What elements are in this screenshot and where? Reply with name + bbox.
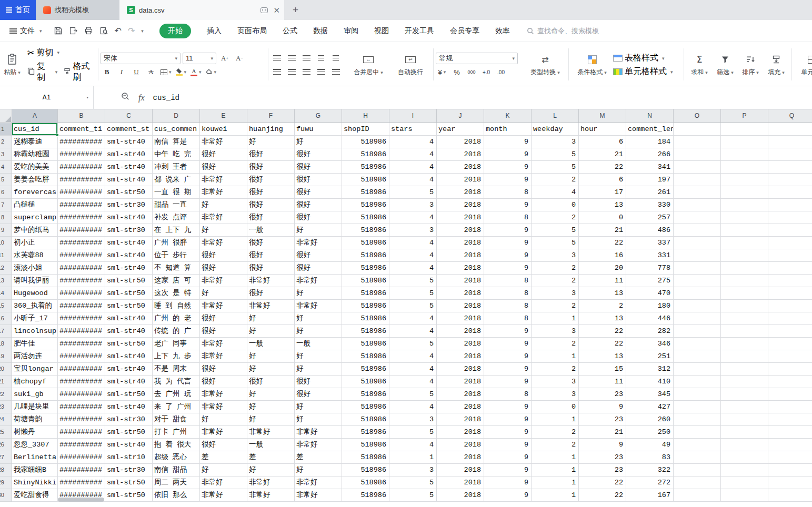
cell-O10[interactable] [674,237,721,249]
cell-I20[interactable]: 4 [389,363,437,376]
cell-B24[interactable]: ########## [58,413,105,426]
cell-O16[interactable] [674,312,721,325]
cell-J18[interactable]: 2018 [437,338,484,350]
cell-J29[interactable]: 2018 [437,476,484,489]
cell-C17[interactable]: sml-str40 [105,325,153,338]
cell-L3[interactable]: 5 [532,148,579,161]
decrease-font-button[interactable]: A− [233,53,246,64]
cell-C19[interactable]: sml-str40 [105,350,153,363]
cell-H25[interactable]: 518986 [342,426,389,439]
cell-D23[interactable]: 来 了 广州 [153,401,200,413]
cell-D8[interactable]: 补发 点评 [153,211,200,224]
cell-A23[interactable]: 几哩是块里 [12,401,58,413]
cell-I29[interactable]: 5 [389,476,437,489]
cell-L13[interactable]: 2 [532,275,579,287]
cell-M14[interactable]: 13 [579,287,626,300]
cell-O9[interactable] [674,224,721,237]
conditional-format-button[interactable]: 条件格式 [571,44,613,86]
cell-E29[interactable]: 非常好 [200,476,247,489]
cell-H16[interactable]: 518986 [342,312,389,325]
cell-N14[interactable]: 470 [626,287,674,300]
cell-O20[interactable] [674,363,721,376]
cell-G15[interactable]: 非常好 [295,300,342,312]
cell-C22[interactable]: sml-str50 [105,388,153,401]
cell-M21[interactable]: 11 [579,376,626,388]
cell-I24[interactable]: 3 [389,413,437,426]
cell-E26[interactable]: 很好 [200,439,247,451]
cell-H26[interactable]: 518986 [342,439,389,451]
cell-B9[interactable]: ########## [58,224,105,237]
cell-Q17[interactable] [768,325,812,338]
cell-P20[interactable] [721,363,768,376]
cell-K24[interactable]: 9 [484,413,532,426]
bold-button[interactable]: B [101,67,113,78]
cell-A27[interactable]: Berlinetta [12,451,58,464]
cell-M12[interactable]: 20 [579,262,626,275]
cell-D21[interactable]: 我 为 代言 [153,376,200,388]
cell-F26[interactable]: 一般 [247,439,295,451]
cell-Q13[interactable] [768,275,812,287]
cell-H14[interactable]: 518986 [342,287,389,300]
type-convert-button[interactable]: ⇄ 类型转换 [524,44,566,86]
cell-L11[interactable]: 3 [532,249,579,262]
cell-E6[interactable]: 非常好 [200,186,247,199]
cell-Q9[interactable] [768,224,812,237]
cell-A26[interactable]: 忽忽_3307 [12,439,58,451]
cell-B8[interactable]: ########## [58,211,105,224]
cell-C9[interactable]: sml-str30 [105,224,153,237]
cell-N21[interactable]: 410 [626,376,674,388]
cell-C27[interactable]: sml-str10 [105,451,153,464]
cell-F28[interactable]: 好 [247,464,295,476]
cell-P22[interactable] [721,388,768,401]
cell-E27[interactable]: 差 [200,451,247,464]
cell-G8[interactable]: 很好 [295,211,342,224]
column-header-G[interactable]: G [295,109,342,123]
ribbon-tab-开发工具[interactable]: 开发工具 [405,26,434,36]
cell-J19[interactable]: 2018 [437,350,484,363]
cell-E7[interactable]: 好 [200,199,247,211]
cell-C5[interactable]: sml-str40 [105,174,153,186]
cell-I30[interactable]: 5 [389,489,437,502]
cell-E11[interactable]: 很好 [200,249,247,262]
row-header-27[interactable]: 27 [0,451,12,464]
cell-L5[interactable]: 2 [532,174,579,186]
cell-I28[interactable]: 3 [389,464,437,476]
cell-C13[interactable]: sml-str50 [105,275,153,287]
cell-M28[interactable]: 23 [579,464,626,476]
cell-B2[interactable]: ########## [58,136,105,148]
cell-Q15[interactable] [768,300,812,312]
column-header-I[interactable]: I [389,109,437,123]
cell-N1[interactable]: comment_len [626,123,674,136]
cell-P1[interactable] [721,123,768,136]
cell-A19[interactable]: 两活勿连 [12,350,58,363]
cell-C18[interactable]: sml-str50 [105,338,153,350]
cell-A15[interactable]: 360_执着的 [12,300,58,312]
number-format-select[interactable]: 常规▾ [436,53,518,64]
row-header-25[interactable]: 25 [0,426,12,439]
cell-E21[interactable]: 很好 [200,376,247,388]
cell-C1[interactable]: comment_st [105,123,153,136]
cell-P5[interactable] [721,174,768,186]
cell-G9[interactable]: 好 [295,224,342,237]
cell-Q6[interactable] [768,186,812,199]
cell-K16[interactable]: 8 [484,312,532,325]
cell-L25[interactable]: 2 [532,426,579,439]
cell-E12[interactable]: 很好 [200,262,247,275]
command-search[interactable]: 查找命令、搜索模板 [527,26,599,36]
cell-B13[interactable]: ########## [58,275,105,287]
cell-E10[interactable]: 非常好 [200,237,247,249]
cell-G5[interactable]: 很好 [295,174,342,186]
cell-B28[interactable]: ########## [58,464,105,476]
formula-input[interactable]: cus_id [145,86,179,109]
cell-G2[interactable]: 好 [295,136,342,148]
cell-A20[interactable]: 宝贝longar [12,363,58,376]
cell-B7[interactable]: ########## [58,199,105,211]
cell-P6[interactable] [721,186,768,199]
cell-H15[interactable]: 518986 [342,300,389,312]
cell-P21[interactable] [721,376,768,388]
ribbon-tab-插入[interactable]: 插入 [207,26,222,36]
cell-F8[interactable]: 很好 [247,211,295,224]
row-header-2[interactable]: 2 [0,136,12,148]
ribbon-tab-页面布局[interactable]: 页面布局 [237,26,267,36]
cell-Q27[interactable] [768,451,812,464]
